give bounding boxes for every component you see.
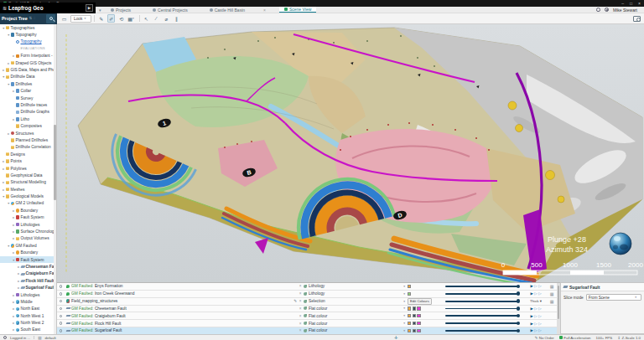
tree-search-button[interactable]: [46, 14, 55, 23]
orientation-compass-ball[interactable]: [610, 233, 631, 255]
shape-row-flock-hill-fault[interactable]: GM Faulted:Flock Hill Fault×Flat colour▾…: [57, 320, 557, 327]
smooth-shading-icon[interactable]: ▷: [534, 291, 537, 296]
tree-item-topography[interactable]: Topography: [0, 39, 56, 45]
edit-colours-button[interactable]: Edit Colours: [408, 298, 432, 305]
opacity-slider[interactable]: [445, 301, 519, 302]
opacity-slider[interactable]: [445, 315, 519, 317]
expander-icon[interactable]: ▸: [12, 300, 16, 304]
look-menu[interactable]: Look▾: [70, 15, 91, 23]
expander-icon[interactable]: ▸: [12, 89, 16, 93]
expander-icon[interactable]: ▸: [2, 68, 6, 72]
tree-item-gis-data-maps-and-photos[interactable]: ▸GIS Data, Maps and Photos: [0, 66, 56, 73]
tree-item-drillhole-data[interactable]: ▾Drillhole Data: [0, 74, 56, 80]
tree-item-evaluations[interactable]: EVALUATIONS: [0, 45, 56, 52]
expander-icon[interactable]: ▸: [2, 180, 6, 184]
expander-icon[interactable]: ▸: [12, 293, 16, 297]
colour-swatch[interactable]: [408, 292, 411, 296]
tree-item-flock-hill-fault[interactable]: ▸Flock Hill Fault: [0, 277, 56, 284]
colour-swatch[interactable]: [417, 307, 420, 310]
tree-item-drillholes[interactable]: ▾Drillholes: [0, 80, 56, 87]
tab-castle-hill-basin[interactable]: Castle Hill Basin: [205, 7, 250, 13]
opacity-slider[interactable]: [445, 293, 519, 295]
shading-select[interactable]: Flat colour▾: [304, 322, 408, 326]
ruler-icon[interactable]: ∕: [153, 14, 160, 23]
tree-item-collar[interactable]: ▸Collar: [0, 88, 56, 95]
expander-icon[interactable]: ▸: [12, 327, 16, 332]
expander-icon[interactable]: ▸: [12, 54, 16, 58]
draw-plane-line-icon[interactable]: ✐: [107, 14, 115, 23]
notifications-bell-icon[interactable]: [596, 8, 600, 12]
slider-thumb[interactable]: [517, 291, 520, 295]
moving-plane-icon[interactable]: ⌀: [163, 14, 170, 23]
expander-icon[interactable]: ▸: [12, 250, 16, 255]
tree-item-polylines[interactable]: ▸Polylines: [0, 165, 56, 172]
tree-item-middle[interactable]: ▸Middle: [0, 298, 56, 305]
select-icon[interactable]: ↖: [143, 14, 150, 23]
smooth-shading-icon[interactable]: ▷: [534, 284, 537, 288]
flat-shading-icon[interactable]: ▶: [530, 291, 532, 296]
draw-slicer-line-icon[interactable]: ✎: [97, 14, 105, 23]
user-name[interactable]: Mike Stewart: [613, 8, 637, 13]
zscale-readout[interactable]: ⇕ Z-Scale 1.0: [617, 336, 641, 340]
wireframe-icon[interactable]: ▷: [538, 322, 541, 326]
smooth-shading-icon[interactable]: ▷: [534, 307, 537, 311]
expander-icon[interactable]: ▸: [12, 229, 16, 234]
tree-item-sugarloaf-fault[interactable]: ▸Sugarloaf Fault: [0, 284, 56, 291]
tree-item-form-interpolant-s[interactable]: ▸Form Interpolant - s...: [0, 53, 56, 59]
expander-icon[interactable]: ▾: [7, 244, 11, 248]
remove-from-scene-icon[interactable]: ×: [297, 299, 304, 303]
tree-item-planned-drillholes[interactable]: Planned Drillholes: [0, 137, 56, 143]
remove-from-scene-icon[interactable]: ×: [297, 328, 304, 332]
slider-thumb[interactable]: [517, 329, 520, 332]
camera-icon[interactable]: [633, 16, 641, 22]
eye-icon[interactable]: [60, 322, 63, 325]
flat-shading-icon[interactable]: ▶: [530, 307, 532, 311]
slider-thumb[interactable]: [517, 314, 520, 317]
maximize-icon[interactable]: □: [630, 2, 632, 6]
tree-item-drillhole-graphs[interactable]: Drillhole Graphs: [0, 109, 56, 116]
close-tab-icon[interactable]: ×: [262, 8, 267, 13]
expander-icon[interactable]: ▸: [7, 61, 11, 65]
colour-swatch[interactable]: [408, 329, 411, 332]
expander-icon[interactable]: ▾: [12, 258, 16, 262]
tree-item-north-east[interactable]: ▸North East: [0, 306, 56, 312]
expander-icon[interactable]: ▾: [7, 33, 11, 37]
tree-item-output-volumes[interactable]: ▸Output Volumes: [0, 235, 56, 242]
shape-row-iron-creek-greensand[interactable]: GM Faulted:Iron Creek Greensand×Litholog…: [57, 291, 557, 298]
colour-swatch[interactable]: [417, 329, 420, 332]
shading-select[interactable]: Flat colour▾: [304, 328, 408, 332]
expander-icon[interactable]: ▸: [12, 209, 16, 213]
tree-item-structures[interactable]: ▸Structures: [0, 130, 56, 137]
tree-item-craigieburn-fault[interactable]: ▸Craigieburn Fault: [0, 270, 56, 277]
colour-swatch[interactable]: [413, 307, 416, 310]
expander-icon[interactable]: ▸: [12, 215, 16, 219]
expander-icon[interactable]: ▸: [12, 321, 16, 325]
orbit-icon[interactable]: ⟲: [117, 14, 125, 23]
line-width-select[interactable]: Thick ▾: [530, 299, 542, 303]
slider-thumb[interactable]: [517, 322, 520, 325]
close-icon[interactable]: ×: [638, 2, 641, 6]
remove-from-scene-icon[interactable]: ×: [297, 284, 304, 288]
expander-icon[interactable]: ▸: [2, 159, 6, 163]
expander-icon[interactable]: ▸: [12, 223, 16, 227]
tree-item-fault-system[interactable]: ▾Fault System: [0, 256, 56, 263]
legend-icon[interactable]: ▦: [547, 291, 557, 296]
slider-thumb[interactable]: [517, 307, 520, 310]
shading-select[interactable]: Flat colour▾: [304, 307, 408, 311]
remove-from-scene-icon[interactable]: ×: [297, 291, 304, 296]
slicer-icon[interactable]: ▦▾: [127, 14, 136, 23]
tab-projects[interactable]: Projects: [106, 7, 136, 13]
tree-item-boundary[interactable]: ▸Boundary: [0, 207, 56, 214]
tree-item-drillhole-traces[interactable]: Drillhole traces: [0, 101, 56, 108]
opacity-slider[interactable]: [445, 330, 519, 332]
tree-item-designs[interactable]: Designs: [0, 151, 56, 157]
scene-3d-view[interactable]: 1 B D Plunge +28 Azimuth 324 0 500 1000 …: [57, 24, 644, 282]
remove-from-scene-icon[interactable]: ×: [297, 307, 304, 311]
colour-swatch[interactable]: [417, 322, 420, 325]
eye-icon[interactable]: [60, 329, 63, 332]
shape-row-craigieburn-fault[interactable]: GM Faulted:Craigieburn Fault×Flat colour…: [57, 312, 557, 320]
legend-icon[interactable]: ▦: [547, 284, 557, 289]
colour-swatch[interactable]: [408, 314, 411, 317]
tree-item-south-east[interactable]: ▸South East: [0, 327, 56, 333]
tree-item-points[interactable]: ▸Points: [0, 157, 56, 164]
